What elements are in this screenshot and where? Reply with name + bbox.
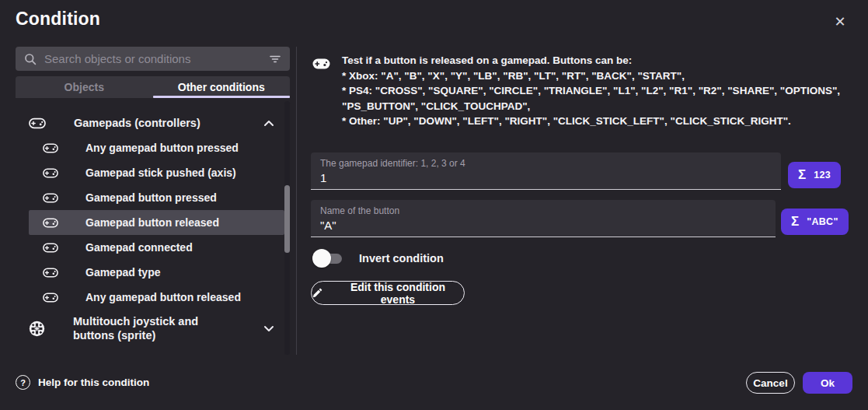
gamepad-icon bbox=[29, 117, 46, 129]
gamepad-icon bbox=[43, 268, 58, 278]
conditions-list: Gamepads (controllers) Any gamepad butto… bbox=[29, 110, 284, 347]
tab-bar: Objects Other conditions bbox=[16, 76, 290, 98]
group-multitouch[interactable]: Multitouch joystick and buttons (sprite) bbox=[29, 310, 284, 347]
cancel-button[interactable]: Cancel bbox=[746, 372, 795, 394]
gamepad-icon bbox=[43, 293, 58, 303]
list-item[interactable]: Gamepad connected bbox=[29, 235, 284, 260]
sigma-icon: Σ bbox=[791, 214, 799, 230]
group-label: Gamepads (controllers) bbox=[74, 117, 200, 129]
toggle-knob bbox=[312, 249, 331, 268]
expression-editor-button-string[interactable]: Σ "ABC" bbox=[781, 209, 849, 235]
search-box[interactable] bbox=[16, 47, 290, 71]
chevron-up-icon[interactable] bbox=[263, 120, 274, 127]
gamepad-icon bbox=[43, 243, 58, 253]
button-name-input[interactable] bbox=[320, 219, 766, 232]
button-name-field[interactable]: Name of the button bbox=[311, 200, 776, 237]
filter-icon[interactable] bbox=[269, 53, 281, 65]
pencil-icon bbox=[312, 288, 322, 299]
expression-type-label: 123 bbox=[814, 170, 831, 180]
edit-button-label: Edit this condition events bbox=[332, 281, 464, 306]
multitouch-joystick-icon bbox=[29, 321, 45, 337]
condition-dialog: Condition ✕ Objects Other conditions Gam… bbox=[0, 0, 868, 410]
tab-other-conditions[interactable]: Other conditions bbox=[153, 76, 291, 98]
list-item-label: Any gamepad button pressed bbox=[85, 142, 239, 154]
tab-label: Objects bbox=[64, 81, 104, 93]
list-item[interactable]: Any gamepad button released bbox=[29, 285, 284, 310]
list-item[interactable]: Any gamepad button pressed bbox=[29, 135, 284, 160]
list-item-label: Any gamepad button released bbox=[85, 291, 241, 303]
gamepad-icon bbox=[43, 143, 58, 153]
group-label: Multitouch joystick and buttons (sprite) bbox=[73, 314, 238, 342]
help-link[interactable]: ? Help for this condition bbox=[16, 375, 149, 390]
gamepad-icon bbox=[43, 168, 58, 178]
expression-type-label: "ABC" bbox=[807, 216, 838, 227]
help-label: Help for this condition bbox=[38, 377, 149, 388]
invert-condition-toggle[interactable] bbox=[312, 249, 342, 268]
tab-objects[interactable]: Objects bbox=[16, 76, 153, 98]
gamepad-icon bbox=[43, 193, 58, 203]
chevron-down-icon[interactable] bbox=[263, 325, 274, 332]
sidebar-scrollbar-thumb[interactable] bbox=[284, 185, 290, 253]
list-item-label: Gamepad type bbox=[85, 266, 160, 279]
search-input[interactable] bbox=[44, 52, 269, 65]
list-item[interactable]: Gamepad button pressed bbox=[29, 185, 284, 210]
field-label: The gamepad identifier: 1, 2, 3 or 4 bbox=[320, 158, 772, 169]
tab-label: Other conditions bbox=[178, 81, 265, 93]
list-item[interactable]: Gamepad stick pushed (axis) bbox=[29, 160, 284, 185]
list-item-label: Gamepad stick pushed (axis) bbox=[85, 166, 236, 179]
gamepad-identifier-input[interactable] bbox=[320, 171, 772, 184]
edit-condition-events-button[interactable]: Edit this condition events bbox=[311, 281, 465, 305]
close-button[interactable]: ✕ bbox=[830, 12, 850, 32]
gamepad-icon bbox=[312, 58, 330, 70]
gamepad-identifier-field[interactable]: The gamepad identifier: 1, 2, 3 or 4 bbox=[311, 152, 781, 190]
list-item-label: Gamepad button released bbox=[85, 216, 219, 229]
group-gamepads[interactable]: Gamepads (controllers) bbox=[29, 110, 284, 135]
help-icon: ? bbox=[16, 375, 30, 390]
close-icon: ✕ bbox=[834, 14, 845, 30]
list-item-label: Gamepad connected bbox=[85, 241, 193, 254]
list-item[interactable]: Gamepad type bbox=[29, 260, 284, 285]
panel-divider bbox=[296, 47, 297, 355]
invert-condition-label: Invert condition bbox=[359, 252, 444, 265]
search-icon bbox=[24, 53, 37, 65]
expression-editor-button-number[interactable]: Σ 123 bbox=[788, 162, 841, 188]
gamepad-icon bbox=[43, 218, 58, 228]
list-item-selected[interactable]: Gamepad button released bbox=[29, 210, 284, 235]
ok-button[interactable]: Ok bbox=[803, 372, 852, 394]
field-label: Name of the button bbox=[320, 205, 766, 216]
list-item-label: Gamepad button pressed bbox=[85, 191, 217, 204]
sigma-icon: Σ bbox=[798, 167, 806, 183]
active-tab-indicator bbox=[153, 96, 291, 98]
page-title: Condition bbox=[16, 9, 100, 30]
condition-description: Test if a button is released on a gamepa… bbox=[342, 53, 864, 129]
